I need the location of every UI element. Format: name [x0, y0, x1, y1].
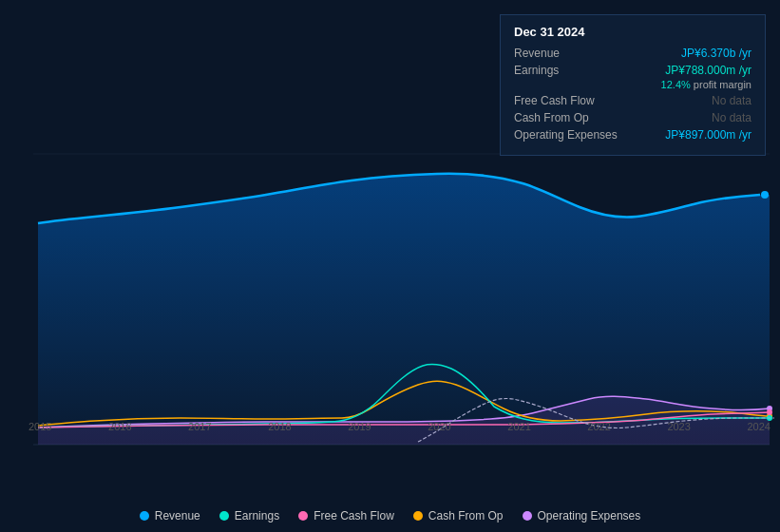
tooltip-opex-label: Operating Expenses [514, 128, 618, 142]
tooltip-cashop-value: No data [712, 111, 751, 124]
x-label-2020: 2020 [428, 421, 450, 432]
tooltip-earnings-label: Earnings [514, 64, 559, 77]
x-label-2022: 2022 [587, 421, 610, 432]
legend-earnings-dot [219, 511, 229, 521]
fcf-dot [767, 409, 772, 415]
x-label-2024: 2024 [747, 421, 770, 432]
tooltip-revenue-label: Revenue [514, 47, 560, 60]
legend-opex-dot [523, 511, 532, 521]
tooltip-cashop-label: Cash From Op [514, 111, 589, 124]
tooltip-opex-value: JP¥897.000m /yr [665, 128, 751, 142]
x-label-2023: 2023 [667, 421, 690, 432]
legend-fcf[interactable]: Free Cash Flow [298, 509, 394, 522]
legend-cashop[interactable]: Cash From Op [413, 509, 504, 522]
tooltip-earnings-row: Earnings JP¥788.000m /yr [514, 64, 751, 77]
tooltip-cashop-row: Cash From Op No data [514, 111, 751, 124]
data-tooltip: Dec 31 2024 Revenue JP¥6.370b /yr Earnin… [500, 14, 766, 156]
legend-cashop-dot [413, 511, 423, 521]
x-label-2021: 2021 [507, 421, 530, 432]
legend-earnings[interactable]: Earnings [219, 509, 279, 522]
x-label-2018: 2018 [268, 421, 291, 432]
tooltip-fcf-label: Free Cash Flow [514, 94, 595, 107]
legend-opex-label: Operating Expenses [538, 509, 641, 522]
x-axis: 2015 2016 2017 2018 2019 2020 2021 2022 … [29, 421, 770, 432]
legend-opex[interactable]: Operating Expenses [523, 509, 641, 522]
legend-revenue[interactable]: Revenue [140, 509, 200, 522]
legend-fcf-label: Free Cash Flow [314, 509, 394, 522]
tooltip-earnings-value: JP¥788.000m /yr [665, 64, 751, 77]
legend-revenue-label: Revenue [155, 509, 200, 522]
legend-earnings-label: Earnings [235, 509, 279, 522]
tooltip-fcf-row: Free Cash Flow No data [514, 94, 751, 107]
legend-revenue-dot [140, 511, 149, 521]
tooltip-revenue-row: Revenue JP¥6.370b /yr [514, 47, 751, 60]
tooltip-opex-row: Operating Expenses JP¥897.000m /yr [514, 128, 751, 142]
tooltip-fcf-value: No data [712, 94, 751, 107]
x-label-2015: 2015 [29, 421, 51, 432]
tooltip-revenue-value: JP¥6.370b /yr [681, 47, 751, 60]
x-label-2019: 2019 [348, 421, 371, 432]
tooltip-profit-margin: 12.4% profit margin [514, 79, 751, 90]
legend-fcf-dot [298, 511, 308, 521]
x-label-2016: 2016 [108, 421, 131, 432]
chart-legend: Revenue Earnings Free Cash Flow Cash Fro… [0, 509, 780, 522]
x-label-2017: 2017 [188, 421, 211, 432]
legend-cashop-label: Cash From Op [428, 509, 504, 522]
tooltip-date: Dec 31 2024 [514, 25, 751, 39]
revenue-dot [761, 191, 769, 199]
